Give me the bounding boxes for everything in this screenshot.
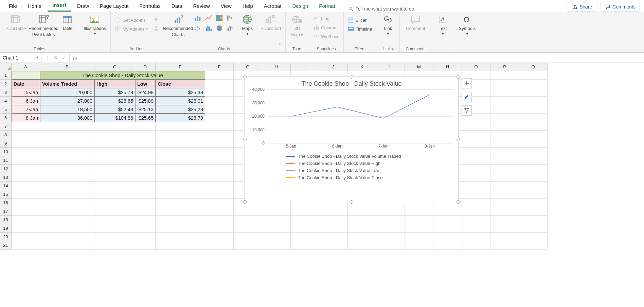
- name-box[interactable]: Chart 1▾: [0, 53, 41, 63]
- cell-G17[interactable]: [234, 207, 262, 216]
- col-header-K[interactable]: K: [348, 63, 376, 71]
- cell-I21[interactable]: [291, 241, 319, 250]
- formula-input[interactable]: [80, 53, 644, 63]
- cell-L20[interactable]: [376, 233, 405, 241]
- cell-F20[interactable]: [205, 233, 234, 241]
- link-button[interactable]: Link▾: [379, 14, 397, 36]
- row-header-18[interactable]: 18: [0, 216, 12, 224]
- cell-B15[interactable]: [40, 190, 94, 199]
- cell-F4[interactable]: [205, 97, 234, 105]
- cell-F12[interactable]: [205, 165, 234, 173]
- recommended-charts-button[interactable]: ? RecommendedCharts: [165, 14, 191, 37]
- cell-J21[interactable]: [319, 241, 348, 250]
- cell-B10[interactable]: [40, 148, 94, 156]
- cell-O17[interactable]: [462, 207, 490, 216]
- cell-A8[interactable]: [12, 131, 40, 139]
- cell-F10[interactable]: [205, 148, 234, 156]
- cell-A20[interactable]: [12, 233, 40, 241]
- cell-N21[interactable]: [433, 241, 462, 250]
- cell-E17[interactable]: [156, 207, 205, 216]
- cell-O10[interactable]: [462, 148, 490, 156]
- cell-H20[interactable]: [262, 233, 291, 241]
- cell-M21[interactable]: [405, 241, 433, 250]
- cell-D2[interactable]: Low: [135, 80, 156, 88]
- cell-F8[interactable]: [205, 131, 234, 139]
- cell-D4[interactable]: $25.89: [135, 97, 156, 105]
- row-header-12[interactable]: 12: [0, 165, 12, 173]
- tell-me-search[interactable]: Tell me what you want to do: [348, 6, 414, 12]
- cell-D12[interactable]: [135, 165, 156, 173]
- cell-P13[interactable]: [490, 173, 519, 182]
- cell-B21[interactable]: [40, 241, 94, 250]
- cell-E18[interactable]: [156, 216, 205, 224]
- cell-Q12[interactable]: [519, 165, 548, 173]
- cell-A21[interactable]: [12, 241, 40, 250]
- col-header-D[interactable]: D: [135, 63, 156, 71]
- cell-O18[interactable]: [462, 216, 490, 224]
- cell-B17[interactable]: [40, 207, 94, 216]
- cell-O8[interactable]: [462, 131, 490, 139]
- cell-A19[interactable]: [12, 224, 40, 233]
- cell-E13[interactable]: [156, 173, 205, 182]
- sparkline-column-button[interactable]: Column: [312, 24, 340, 31]
- cell-K18[interactable]: [348, 216, 376, 224]
- cell-L18[interactable]: [376, 216, 405, 224]
- cell-A13[interactable]: [12, 173, 40, 182]
- cell-F6[interactable]: [205, 114, 234, 122]
- legend-item[interactable]: The Cookie Shop - Daily Stock Value Volu…: [286, 153, 458, 160]
- cell-E8[interactable]: [156, 131, 205, 139]
- cell-P6[interactable]: [490, 114, 519, 122]
- cell-C13[interactable]: [94, 173, 135, 182]
- cell-A1[interactable]: [12, 71, 40, 80]
- row-header-19[interactable]: 19: [0, 224, 12, 233]
- cell-O12[interactable]: [462, 165, 490, 173]
- row-header-1[interactable]: 1: [0, 71, 12, 80]
- tab-review[interactable]: Review: [189, 1, 215, 12]
- cell-A14[interactable]: [12, 182, 40, 190]
- col-header-M[interactable]: M: [405, 63, 433, 71]
- cell-B13[interactable]: [40, 173, 94, 182]
- row-header-16[interactable]: 16: [0, 199, 12, 207]
- cell-Q18[interactable]: [519, 216, 548, 224]
- row-header-14[interactable]: 14: [0, 182, 12, 190]
- table-button[interactable]: Table: [58, 14, 76, 31]
- cell-Q21[interactable]: [519, 241, 548, 250]
- row-header-7[interactable]: 7: [0, 122, 12, 131]
- cell-C18[interactable]: [94, 216, 135, 224]
- cell-H17[interactable]: [262, 207, 291, 216]
- cell-D5[interactable]: $25.13: [135, 105, 156, 114]
- cell-E16[interactable]: [156, 199, 205, 207]
- line-chart-button[interactable]: [204, 14, 213, 22]
- cell-A16[interactable]: [12, 199, 40, 207]
- col-header-B[interactable]: B: [40, 63, 94, 71]
- cell-A5[interactable]: 7-Jan: [12, 105, 40, 114]
- cell-I20[interactable]: [291, 233, 319, 241]
- cell-B9[interactable]: [40, 139, 94, 148]
- tab-data[interactable]: Data: [167, 1, 187, 12]
- cell-E19[interactable]: [156, 224, 205, 233]
- cell-J19[interactable]: [319, 224, 348, 233]
- cell-K20[interactable]: [348, 233, 376, 241]
- cell-J20[interactable]: [319, 233, 348, 241]
- cell-G19[interactable]: [234, 224, 262, 233]
- cell-A9[interactable]: [12, 139, 40, 148]
- cell-O20[interactable]: [462, 233, 490, 241]
- cell-F16[interactable]: [205, 199, 234, 207]
- cell-C2[interactable]: High: [94, 80, 135, 88]
- bing-maps-addin[interactable]: [153, 16, 159, 23]
- tab-insert[interactable]: Insert: [48, 0, 71, 12]
- cell-B6[interactable]: 36,000: [40, 114, 94, 122]
- cell-B19[interactable]: [40, 224, 94, 233]
- cell-C3[interactable]: $25.78: [94, 88, 135, 97]
- cell-O14[interactable]: [462, 182, 490, 190]
- cell-P16[interactable]: [490, 199, 519, 207]
- cell-O15[interactable]: [462, 190, 490, 199]
- cell-A10[interactable]: [12, 148, 40, 156]
- col-header-I[interactable]: I: [291, 63, 319, 71]
- cell-H21[interactable]: [262, 241, 291, 250]
- cell-M17[interactable]: [405, 207, 433, 216]
- cell-B8[interactable]: [40, 131, 94, 139]
- cell-I19[interactable]: [291, 224, 319, 233]
- comments-button[interactable]: Comments: [601, 2, 640, 12]
- col-header-J[interactable]: J: [319, 63, 348, 71]
